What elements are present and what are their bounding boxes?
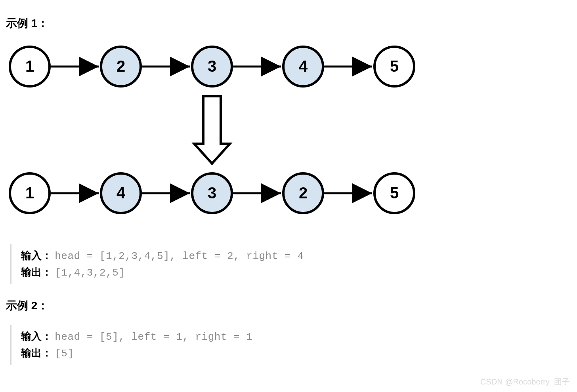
list-node-label: 1	[25, 57, 34, 75]
list-node-label: 4	[117, 184, 126, 202]
list-node-label: 1	[25, 184, 34, 202]
list-node-label: 3	[208, 57, 216, 75]
transform-arrow-icon	[194, 96, 230, 164]
input-label: 输入：	[21, 249, 52, 261]
linked-list-diagram: 1234514325	[6, 43, 571, 234]
list-node-label: 2	[299, 184, 308, 202]
list-node-label: 3	[208, 184, 216, 202]
watermark: CSDN @Rocoberry_团子	[480, 377, 570, 386]
output-value: [1,4,3,2,5]	[55, 267, 125, 279]
example-1-input-line: 输入： head = [1,2,3,4,5], left = 2, right …	[21, 247, 571, 264]
example-1-io: 输入： head = [1,2,3,4,5], left = 2, right …	[10, 244, 571, 284]
example-1-output-line: 输出： [1,4,3,2,5]	[21, 264, 571, 281]
example-2-title: 示例 2：	[6, 298, 571, 313]
output-label: 输出：	[21, 347, 52, 359]
list-node-label: 2	[117, 57, 125, 75]
example-2-output-line: 输出： [5]	[21, 345, 571, 362]
list-node-label: 5	[390, 184, 399, 202]
output-label: 输出：	[21, 266, 52, 278]
input-value: head = [1,2,3,4,5], left = 2, right = 4	[55, 250, 304, 262]
example-2-input-line: 输入： head = [5], left = 1, right = 1	[21, 328, 571, 345]
input-label: 输入：	[21, 330, 52, 342]
list-node-label: 5	[390, 57, 399, 75]
input-value: head = [5], left = 1, right = 1	[55, 331, 252, 343]
example-2-io: 输入： head = [5], left = 1, right = 1 输出： …	[10, 325, 571, 365]
diagram-svg: 1234514325	[6, 43, 434, 233]
list-node-label: 4	[299, 57, 308, 75]
output-value: [5]	[55, 348, 74, 360]
example-1-title: 示例 1：	[6, 16, 571, 31]
